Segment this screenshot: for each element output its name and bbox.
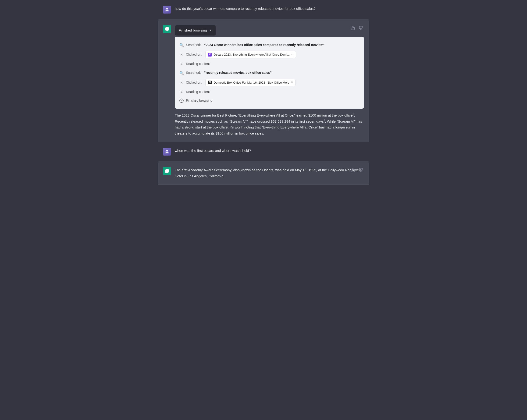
user-message-text-1: how do this year's oscar winners compare… <box>175 6 364 12</box>
cursor-icon-1: ↖ <box>179 52 184 57</box>
assistant-message-text-2: The first Academy Awards ceremony, also … <box>175 167 364 179</box>
thumbs-up-button-2[interactable] <box>350 167 356 174</box>
user-avatar-1 <box>163 6 171 13</box>
footnote-1: 1 <box>353 113 354 116</box>
browsing-details: 🔍 Searched: "2023 Oscar winners box offi… <box>175 37 364 109</box>
thumbs-down-button-2[interactable] <box>358 167 364 174</box>
link-text-1: Oscars 2023: Everything Everywhere All a… <box>213 52 290 57</box>
reading-text-1: Reading content <box>186 61 210 67</box>
external-link-icon-2: ⧉ <box>291 80 293 85</box>
assistant-message-content-2: The first Academy Awards ceremony, also … <box>175 167 364 179</box>
reading-text-2: Reading content <box>186 89 210 95</box>
link-text-2: Domestic Box Office For Mar 16, 2023 - B… <box>213 80 289 85</box>
check-circle-icon: ✓ <box>179 99 184 103</box>
variety-icon: V <box>208 53 212 56</box>
mojo-icon: M <box>208 81 212 84</box>
chevron-up-icon: ▲ <box>209 28 212 33</box>
search-icon-2: 🔍 <box>179 70 184 76</box>
action-buttons-2 <box>350 167 364 174</box>
chat-container: how do this year's oscar winners compare… <box>158 0 369 185</box>
user-message-content-1: how do this year's oscar winners compare… <box>175 6 364 12</box>
link-chip-1[interactable]: V Oscars 2023: Everything Everywhere All… <box>205 51 296 58</box>
search-label-1: Searched: <box>186 42 201 48</box>
svg-point-1 <box>166 150 168 152</box>
cursor-icon-2: ↖ <box>179 80 184 85</box>
user-message-row-2: when was the first oscars and where was … <box>158 142 369 161</box>
user-message-content-2: when was the first oscars and where was … <box>175 148 364 154</box>
thumbs-down-button-1[interactable] <box>358 25 364 32</box>
search-query-1: "2023 Oscar winners box office sales com… <box>204 42 324 48</box>
finished-text: Finished browsing <box>186 98 212 103</box>
external-link-icon-1: ⧉ <box>292 52 293 57</box>
search-label-2: Searched: <box>186 70 201 76</box>
link-chip-2[interactable]: M Domestic Box Office For Mar 16, 2023 -… <box>205 79 296 86</box>
browse-reading-1: ≡ Reading content <box>179 60 359 68</box>
gpt-avatar-1 <box>163 25 171 33</box>
thumbs-up-button-1[interactable] <box>350 25 356 32</box>
search-icon-1: 🔍 <box>179 42 184 48</box>
browse-click-2: ↖ Clicked on: M Domestic Box Office For … <box>179 77 359 88</box>
action-buttons-1 <box>350 25 364 32</box>
browsing-panel: Finished browsing ▲ 🔍 Searched: "2023 Os… <box>175 25 364 109</box>
user-message-text-2: when was the first oscars and where was … <box>175 148 364 154</box>
footnote-2: 2 <box>324 119 325 122</box>
assistant-message-row-1: Finished browsing ▲ 🔍 Searched: "2023 Os… <box>158 19 369 142</box>
assistant-message-text-1: The 2023 Oscar winner for Best Picture, … <box>175 112 364 136</box>
user-avatar-2 <box>163 148 171 155</box>
browse-search-1: 🔍 Searched: "2023 Oscar winners box offi… <box>179 40 359 50</box>
click-label-1: Clicked on: <box>186 52 202 57</box>
assistant-message-content-1: Finished browsing ▲ 🔍 Searched: "2023 Os… <box>175 25 364 136</box>
browse-search-2: 🔍 Searched: "recently released movies bo… <box>179 68 359 77</box>
list-icon-2: ≡ <box>179 89 184 95</box>
browse-click-1: ↖ Clicked on: V Oscars 2023: Everything … <box>179 50 359 60</box>
assistant-message-row-2: The first Academy Awards ceremony, also … <box>158 161 369 185</box>
browsing-toggle[interactable]: Finished browsing ▲ <box>175 25 216 36</box>
browsing-toggle-label: Finished browsing <box>179 28 207 33</box>
click-label-2: Clicked on: <box>186 80 202 86</box>
browse-finished: ✓ Finished browsing <box>179 96 359 105</box>
browse-reading-2: ≡ Reading content <box>179 88 359 96</box>
user-message-row-1: how do this year's oscar winners compare… <box>158 0 369 19</box>
svg-point-0 <box>166 8 168 10</box>
gpt-avatar-2 <box>163 167 171 175</box>
list-icon-1: ≡ <box>179 61 184 67</box>
search-query-2: "recently released movies box office sal… <box>204 70 272 76</box>
